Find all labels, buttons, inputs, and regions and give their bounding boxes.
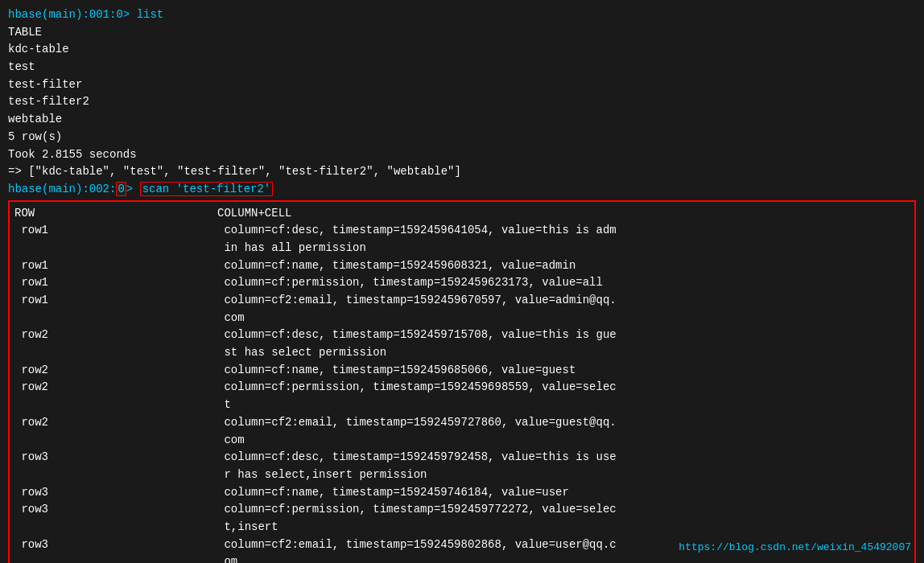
- scan-row-8b: com: [14, 432, 910, 450]
- scan-row-3: row1 column=cf:permission, timestamp=159…: [14, 274, 910, 292]
- scan-row-8: row2 column=cf2:email, timestamp=1592459…: [14, 414, 910, 432]
- scan-row-10: row3 column=cf:name, timestamp=159245974…: [14, 484, 910, 502]
- scan-row-4: row1 column=cf2:email, timestamp=1592459…: [14, 292, 910, 310]
- scan-results-table: ROW COLUMN+CELL row1 column=cf:desc, tim…: [8, 200, 916, 563]
- scan-row-1b: in has all permission: [14, 240, 910, 257]
- prompt-2: hbase(main):002:0> scan 'test-filter2': [8, 181, 916, 199]
- scan-row-2: row1 column=cf:name, timestamp=159245960…: [14, 257, 910, 275]
- terminal: hbase(main):001:0> list TABLE kdc-table …: [0, 0, 924, 563]
- scan-row-6: row2 column=cf:name, timestamp=159245968…: [14, 362, 910, 380]
- scan-row-7: row2 column=cf:permission, timestamp=159…: [14, 379, 910, 397]
- table-test-filter: test-filter: [8, 76, 916, 94]
- scan-row-9b: r has select,insert permission: [14, 466, 910, 484]
- scan-row-1: row1 column=cf:desc, timestamp=159245964…: [14, 222, 910, 240]
- prompt-1: hbase(main):001:0> list: [8, 6, 916, 24]
- col-header: ROW COLUMN+CELL: [14, 205, 910, 223]
- table-header: TABLE: [8, 24, 916, 42]
- table-test-filter2: test-filter2: [8, 93, 916, 111]
- scan-row-7b: t: [14, 397, 910, 414]
- row-count-1: 5 row(s): [8, 129, 916, 146]
- took-1: Took 2.8155 seconds: [8, 146, 916, 164]
- scan-row-5: row2 column=cf:desc, timestamp=159245971…: [14, 327, 910, 344]
- table-kdc: kdc-table: [8, 41, 916, 59]
- scan-row-9: row3 column=cf:desc, timestamp=159245979…: [14, 449, 910, 466]
- scan-row-4b: com: [14, 310, 910, 327]
- scan-row-5b: st has select permission: [14, 344, 910, 362]
- result-1: => ["kdc-table", "test", "test-filter", …: [8, 163, 916, 181]
- table-test: test: [8, 59, 916, 76]
- footer-link: https://blog.csdn.net/weixin_45492007: [679, 541, 911, 553]
- scan-row-11b: t,insert: [14, 519, 910, 536]
- table-webtable: webtable: [8, 111, 916, 129]
- scan-row-12b: om: [14, 553, 910, 563]
- scan-row-11: row3 column=cf:permission, timestamp=159…: [14, 501, 910, 519]
